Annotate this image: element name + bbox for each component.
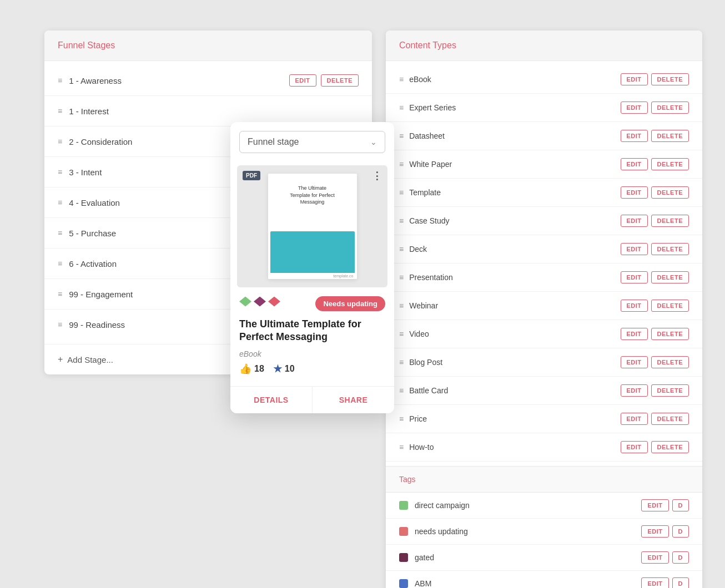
content-item[interactable]: ≡ Battle Card EDIT DELETE [386,377,702,405]
content-item[interactable]: ≡ Video EDIT DELETE [386,320,702,348]
content-item-actions: EDIT DELETE [621,158,689,170]
delete-button[interactable]: D [672,525,689,538]
delete-button[interactable]: DELETE [651,215,689,227]
drag-handle-icon: ≡ [399,358,404,366]
edit-button[interactable]: EDIT [621,356,648,368]
content-item[interactable]: ≡ Price EDIT DELETE [386,405,702,433]
drag-handle-icon: ≡ [399,302,404,310]
delete-button[interactable]: DELETE [651,186,689,199]
edit-button[interactable]: EDIT [641,551,668,564]
content-item[interactable]: ≡ Case Study EDIT DELETE [386,207,702,235]
funnel-item-label: 99 - Readiness [69,320,125,330]
popup-content-type: eBook [239,349,385,358]
content-item[interactable]: ≡ Template EDIT DELETE [386,179,702,207]
edit-button[interactable]: EDIT [621,328,648,340]
document-preview: PDF ⋮ The UltimateTemplate for PerfectMe… [237,165,387,287]
edit-button[interactable]: EDIT [621,186,648,199]
funnel-item-label: 5 - Purchase [69,229,116,238]
edit-button[interactable]: EDIT [621,300,648,312]
content-item-label: Video [409,330,429,338]
edit-button[interactable]: EDIT [641,499,668,511]
delete-button[interactable]: DELETE [651,130,689,142]
funnel-item-left: ≡ 4 - Evaluation [58,198,120,207]
content-item[interactable]: ≡ Blog Post EDIT DELETE [386,348,702,377]
content-item-actions: EDIT DELETE [621,130,689,142]
edit-button[interactable]: EDIT [621,130,648,142]
tag-item[interactable]: ABM EDIT D [386,571,702,588]
funnel-item-left: ≡ 99 - Engagement [58,290,133,299]
tags-list: direct campaign EDIT D needs updating ED… [386,493,702,588]
content-item[interactable]: ≡ Presentation EDIT DELETE [386,263,702,292]
tags-header-label: Tags [399,475,416,484]
tag-item-actions: EDIT D [641,499,689,511]
content-item-label: eBook [409,75,431,84]
delete-button[interactable]: DELETE [651,328,689,340]
content-item-label: Expert Series [409,103,456,112]
content-item-actions: EDIT DELETE [621,215,689,227]
edit-button[interactable]: EDIT [621,243,648,255]
delete-button[interactable]: DELETE [651,102,689,114]
tag-item[interactable]: direct campaign EDIT D [386,493,702,519]
drag-handle-icon: ≡ [399,273,404,281]
funnel-item-left: ≡ 5 - Purchase [58,229,116,238]
drag-handle-icon: ≡ [399,330,404,338]
popup-content-bottom: The Ultimate Template for Perfect Messag… [230,313,394,379]
content-item-actions: EDIT DELETE [621,243,689,255]
delete-button[interactable]: DELETE [651,384,689,397]
edit-button[interactable]: EDIT [621,413,648,425]
tag-item-label: ABM [415,579,431,588]
details-button[interactable]: DETAILS [230,387,313,413]
delete-button[interactable]: DELETE [321,74,359,87]
delete-button[interactable]: DELETE [651,441,689,453]
edit-button[interactable]: EDIT [621,73,648,85]
content-item-label: White Paper [409,160,452,169]
funnel-item-label: 2 - Consideration [69,137,132,146]
popup-stats: 👍 18 ★ 10 [239,363,385,375]
content-item[interactable]: ≡ Datasheet EDIT DELETE [386,122,702,150]
edit-button[interactable]: EDIT [621,271,648,283]
edit-button[interactable]: EDIT [289,74,316,87]
content-item[interactable]: ≡ Webinar EDIT DELETE [386,292,702,320]
share-button[interactable]: SHARE [313,387,394,413]
tag-icon-purple [254,297,266,307]
funnel-item-left: ≡ 6 - Activation [58,259,117,268]
funnel-item-left: ≡ 2 - Consideration [58,137,132,146]
delete-button[interactable]: DELETE [651,300,689,312]
content-item-label: Blog Post [409,358,442,367]
delete-button[interactable]: DELETE [651,243,689,255]
delete-button[interactable]: DELETE [651,73,689,85]
delete-button[interactable]: DELETE [321,105,359,117]
delete-button[interactable]: DELETE [651,271,689,283]
delete-button[interactable]: DELETE [651,356,689,368]
delete-button[interactable]: D [672,551,689,564]
more-options-icon[interactable]: ⋮ [372,171,382,181]
content-item-left: ≡ White Paper [399,160,452,169]
edit-button[interactable]: EDIT [289,105,316,117]
content-item[interactable]: ≡ White Paper EDIT DELETE [386,150,702,179]
delete-button[interactable]: DELETE [651,158,689,170]
funnel-stage-dropdown[interactable]: Funnel stage ⌄ [239,131,385,153]
tag-item[interactable]: gated EDIT D [386,545,702,571]
content-item[interactable]: ≡ Deck EDIT DELETE [386,235,702,263]
content-item[interactable]: ≡ How-to EDIT DELETE [386,433,702,462]
drag-handle-icon: ≡ [399,387,404,394]
popup-card: Funnel stage ⌄ PDF ⋮ The UltimateTemplat… [230,122,394,413]
edit-button[interactable]: EDIT [621,215,648,227]
edit-button[interactable]: EDIT [621,441,648,453]
content-item-left: ≡ Template [399,188,441,197]
edit-button[interactable]: EDIT [641,525,668,538]
content-item[interactable]: ≡ Expert Series EDIT DELETE [386,94,702,122]
edit-button[interactable]: EDIT [621,384,648,397]
drag-handle-icon: ≡ [399,104,404,111]
edit-button[interactable]: EDIT [621,102,648,114]
content-item-label: Price [409,414,427,423]
content-item[interactable]: ≡ eBook EDIT DELETE [386,65,702,94]
funnel-item[interactable]: ≡ 1 - Awareness EDIT DELETE [44,65,372,96]
edit-button[interactable]: EDIT [641,577,668,588]
delete-button[interactable]: DELETE [651,413,689,425]
tag-item[interactable]: needs updating EDIT D [386,519,702,545]
delete-button[interactable]: D [672,577,689,588]
content-item-actions: EDIT DELETE [621,356,689,368]
delete-button[interactable]: D [672,499,689,511]
edit-button[interactable]: EDIT [621,158,648,170]
